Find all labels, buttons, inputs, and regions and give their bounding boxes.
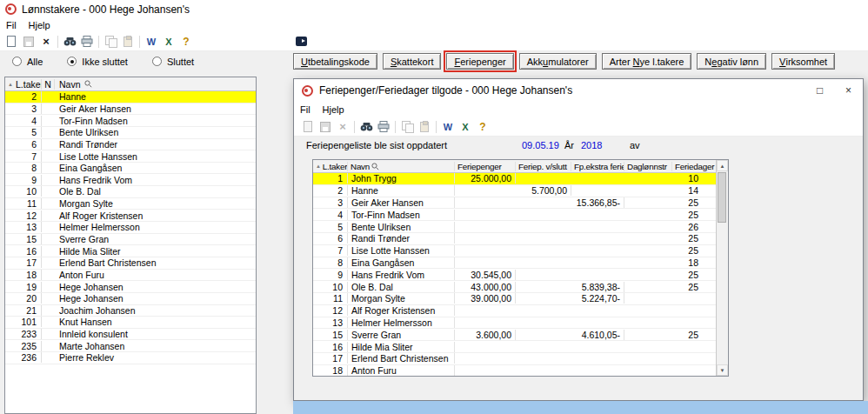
employee-row[interactable]: 19 Hege Johansen <box>5 281 256 293</box>
table-row[interactable]: 2 Hanne 5.700,00 14 <box>313 185 716 197</box>
employee-row[interactable]: 2 Hanne <box>5 91 256 104</box>
cell-feriedager: 25 <box>672 270 716 280</box>
employee-row[interactable]: 15 Sverre Gran <box>5 234 256 246</box>
employee-id: 16 <box>5 246 42 257</box>
action-button[interactable]: Virksomhet <box>771 53 835 70</box>
column-header-feriepenger[interactable]: Feriepenger <box>455 162 516 171</box>
copy-icon[interactable] <box>398 119 416 135</box>
maximize-button[interactable]: □ <box>805 79 834 102</box>
employee-row[interactable]: 20 Hege Johansen <box>5 293 256 305</box>
employee-row[interactable]: 5 Bente Ulriksen <box>5 127 256 139</box>
employee-row[interactable]: 17 Erlend Bart Christensen <box>5 257 256 270</box>
cell-ltaker: 18 <box>313 365 348 376</box>
employee-row[interactable]: 13 Helmer Helmersson <box>5 222 256 234</box>
delete-icon[interactable]: × <box>334 119 351 135</box>
close-button[interactable]: × <box>834 79 863 102</box>
menu-item-hjelp[interactable]: Hjelp <box>317 104 351 116</box>
cell-feriepenger: 30.545,00 <box>455 270 516 280</box>
table-row[interactable]: 13 Helmer Helmersson <box>313 317 716 330</box>
action-button[interactable]: Negativ lønn <box>697 53 766 70</box>
table-row[interactable]: 6 Randi Trønder 25 <box>313 233 716 245</box>
table-row[interactable]: 3 Geir Aker Hansen 15.366,85- 25 <box>313 197 716 210</box>
employee-row[interactable]: 6 Randi Trønder <box>5 139 256 151</box>
delete-icon[interactable]: × <box>37 34 55 50</box>
action-button[interactable]: Utbetalingskode <box>293 53 377 70</box>
table-row[interactable]: 4 Tor-Finn Madsen 25 <box>313 209 716 221</box>
action-button[interactable]: Arter Nye l.takere <box>602 53 692 70</box>
employee-row[interactable]: 18 Anton Furu <box>5 270 256 282</box>
table-row[interactable]: 15 Sverre Gran 3.600,00 4.610,05- 25 <box>313 329 716 341</box>
menu-item-hjelp[interactable]: Hjelp <box>23 19 57 31</box>
excel-export-icon[interactable]: X <box>160 34 177 50</box>
scrollbar-track[interactable] <box>717 171 728 364</box>
employee-row[interactable]: 21 Joachim Johansen <box>5 305 256 317</box>
table-row[interactable]: 11 Morgan Sylte 39.000,00 5.224,70- <box>313 293 716 305</box>
action-button[interactable]: Skattekort <box>383 53 442 70</box>
action-button[interactable]: Feriepenger <box>446 53 513 70</box>
print-icon[interactable] <box>375 119 392 135</box>
filter-radio[interactable]: Alle <box>12 57 43 67</box>
employee-row[interactable]: 16 Hilde Mia Sliter <box>5 245 256 257</box>
table-row[interactable]: 16 Hilde Mia Sliter <box>313 341 716 353</box>
table-row[interactable]: 10 Ole B. Dal 43.000,00 5.839,38- 25 <box>313 281 716 293</box>
column-header-daglonnstr[interactable]: Daglønnstr <box>624 162 672 171</box>
employee-row[interactable]: 236 Pierre Reklev <box>5 352 256 364</box>
help-icon[interactable]: ? <box>474 119 491 135</box>
table-scrollbar[interactable]: ▲ ▼ <box>716 160 728 376</box>
paste-icon[interactable] <box>416 119 433 135</box>
table-row[interactable]: 12 Alf Roger Kristensen <box>313 305 716 317</box>
print-icon[interactable] <box>78 34 96 50</box>
cell-navn: Hanne <box>348 185 455 196</box>
column-header-n[interactable]: N <box>42 79 55 90</box>
word-export-icon[interactable]: W <box>143 34 160 50</box>
excel-export-icon[interactable]: X <box>457 119 474 135</box>
table-row[interactable]: 8 Eina Gangåsen 18 <box>313 257 716 270</box>
employee-row[interactable]: 233 Innleid konsulent <box>5 329 256 341</box>
save-icon[interactable] <box>20 34 37 50</box>
cell-navn: Bente Ulriksen <box>348 222 455 232</box>
scroll-down-icon[interactable]: ▼ <box>717 364 728 376</box>
copy-icon[interactable] <box>102 34 119 50</box>
save-icon[interactable] <box>317 119 334 135</box>
column-header-feriep-vslutt[interactable]: Feriep. v/slutt <box>516 162 571 171</box>
find-icon[interactable] <box>61 34 78 50</box>
exit-icon[interactable] <box>292 34 310 50</box>
column-header-navn[interactable]: Navn <box>348 162 455 171</box>
table-row[interactable]: 17 Erlend Bart Christensen <box>313 353 716 365</box>
table-row[interactable]: 18 Anton Furu <box>313 365 716 376</box>
help-icon[interactable]: ? <box>177 34 195 50</box>
filter-radio[interactable]: Sluttet <box>152 57 194 67</box>
scroll-up-icon[interactable]: ▲ <box>717 160 728 171</box>
employee-id: 20 <box>5 293 42 304</box>
column-header-fp-ekstra-ferie[interactable]: Fp.ekstra ferie <box>571 162 624 171</box>
employee-row[interactable]: 9 Hans Fredrik Vom <box>5 174 256 186</box>
filter-radio[interactable]: Ikke sluttet <box>67 57 128 67</box>
column-header-ltaker[interactable]: ▲L.taker <box>5 79 42 90</box>
employee-row[interactable]: 3 Geir Aker Hansen <box>5 104 256 116</box>
table-row[interactable]: 7 Lise Lotte Hanssen 25 <box>313 245 716 257</box>
employee-row[interactable]: 4 Tor-Finn Madsen <box>5 115 256 127</box>
table-row[interactable]: 9 Hans Fredrik Vom 30.545,00 25 <box>313 269 716 281</box>
new-document-icon[interactable] <box>3 34 20 50</box>
menu-item-fil[interactable]: Fil <box>294 104 317 116</box>
find-icon[interactable] <box>357 119 375 135</box>
employee-row[interactable]: 101 Knut Hansen <box>5 317 256 329</box>
column-header-navn[interactable]: Navn <box>55 79 256 90</box>
employee-row[interactable]: 235 Marte Johansen <box>5 340 256 352</box>
cell-ltaker: 11 <box>313 293 348 304</box>
table-row[interactable]: 5 Bente Ulriksen 26 <box>313 221 716 233</box>
employee-row[interactable]: 10 Ole B. Dal <box>5 186 256 198</box>
employee-row[interactable]: 12 Alf Roger Kristensen <box>5 210 256 222</box>
scrollbar-thumb[interactable] <box>718 172 726 223</box>
employee-row[interactable]: 7 Lise Lotte Hanssen <box>5 150 256 163</box>
column-header-feriedager[interactable]: Feriedager <box>672 162 716 171</box>
table-row[interactable]: 1 John Trygg 25.000,00 10 <box>313 173 716 185</box>
word-export-icon[interactable]: W <box>439 119 457 135</box>
action-button[interactable]: Akkumulatorer <box>519 53 597 70</box>
column-header-ltaker[interactable]: ▲L.taker <box>313 162 348 171</box>
new-document-icon[interactable] <box>299 119 317 135</box>
employee-row[interactable]: 11 Morgan Sylte <box>5 198 256 210</box>
employee-row[interactable]: 8 Eina Gangåsen <box>5 163 256 175</box>
paste-icon[interactable] <box>119 34 137 50</box>
menu-item-fil[interactable]: Fil <box>0 19 23 31</box>
